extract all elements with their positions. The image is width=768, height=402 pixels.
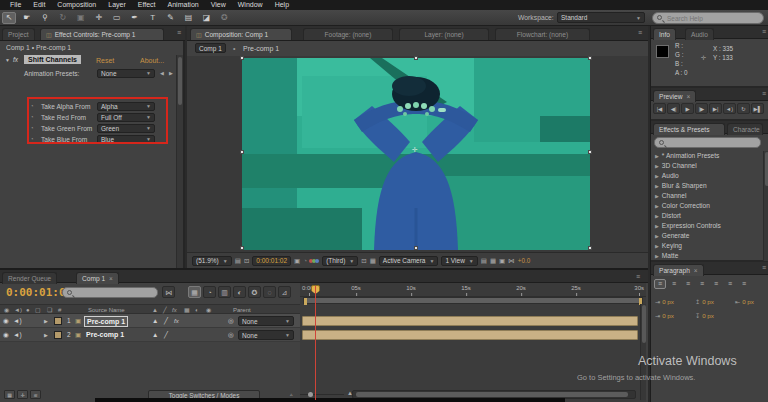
twirl-closed-icon[interactable]: ▶ — [655, 193, 659, 199]
brush-tool-icon[interactable]: ✎ — [164, 12, 178, 24]
align-center-button[interactable]: ≡ — [668, 279, 680, 289]
twirl-closed-icon[interactable]: ▶ — [655, 223, 659, 229]
scrollbar-thumb[interactable] — [642, 305, 646, 343]
frame-blend-icon[interactable]: ▥ — [218, 286, 231, 298]
work-area-bar[interactable] — [303, 297, 643, 304]
mask-visibility-icon[interactable]: ⊡ — [244, 257, 249, 265]
first-line-indent-field[interactable]: ⇥0 px — [655, 312, 674, 319]
parent-dropdown[interactable]: None ▼ — [238, 330, 294, 340]
effect-controls-scrollbar[interactable] — [176, 55, 183, 268]
layer-name[interactable]: Pre-comp 1 — [84, 330, 126, 339]
selection-handle[interactable] — [240, 150, 244, 154]
close-icon[interactable]: × — [686, 93, 690, 100]
menu-edit[interactable]: Edit — [27, 0, 51, 10]
twirl-closed-icon[interactable]: ▶ — [655, 163, 659, 169]
crumb-comp1[interactable]: Comp 1 — [195, 43, 226, 53]
category-item[interactable]: ▶Distort — [651, 211, 759, 221]
category-item[interactable]: ▶3D Channel — [651, 161, 759, 171]
effects-switch[interactable]: ╱ — [164, 328, 168, 342]
twirl-closed-icon[interactable]: ▶ — [655, 203, 659, 209]
fx-switch[interactable]: fx — [174, 314, 179, 328]
time-ruler[interactable]: 0:00s 05s 10s 15s 20s 25s 30s — [300, 283, 646, 297]
pixel-aspect-icon[interactable]: ▤ — [481, 257, 487, 265]
twirl-closed-icon[interactable]: ▶ — [44, 328, 48, 342]
next-frame-button[interactable]: |▶ — [695, 103, 708, 114]
camera-tool-icon[interactable]: ▣ — [74, 12, 88, 24]
timeline-button-icon[interactable]: ▣ — [499, 257, 505, 265]
effect-reset-link[interactable]: Reset — [96, 57, 114, 64]
panel-menu-icon[interactable]: ≡ — [762, 28, 766, 35]
eye-icon[interactable]: ◉ — [3, 314, 9, 328]
space-after-field[interactable]: ↧0 px — [695, 312, 714, 319]
space-before-field[interactable]: ↥0 px — [695, 298, 714, 305]
twirl-closed-icon[interactable]: ▶ — [655, 233, 659, 239]
tab-character[interactable]: Characte — [727, 123, 763, 135]
work-area-start-handle[interactable] — [304, 298, 307, 305]
show-channel-icon[interactable] — [310, 259, 319, 263]
first-frame-button[interactable]: |◀ — [653, 103, 666, 114]
justify-last-center-button[interactable]: ≡ — [710, 279, 722, 289]
play-button[interactable]: ▶ — [681, 103, 694, 114]
animation-presets-dropdown[interactable]: None ▼ — [97, 69, 155, 78]
panel-menu-icon[interactable]: ≡ — [762, 90, 766, 97]
speaker-icon[interactable]: ◄) — [13, 328, 22, 342]
effects-search-box[interactable] — [654, 137, 761, 148]
region-of-interest-icon[interactable]: ⊡ — [361, 257, 366, 265]
tab-comp1[interactable]: Comp 1× — [76, 272, 119, 284]
twirl-closed-icon[interactable]: ▶ — [655, 153, 659, 159]
quality-switch[interactable]: ▲ — [152, 328, 158, 342]
quality-switch[interactable]: ▲ — [152, 314, 158, 328]
parent-dropdown[interactable]: None ▼ — [238, 316, 294, 326]
auto-keyframe-icon[interactable]: ◌ — [263, 286, 276, 298]
category-item[interactable]: ▶Audio — [651, 171, 759, 181]
category-item[interactable]: ▶* Animation Presets — [651, 151, 759, 161]
category-item[interactable]: ▶Keying — [651, 241, 759, 251]
zoom-out-icon[interactable]: ▵ — [290, 391, 293, 397]
category-item[interactable]: ▶Blur & Sharpen — [651, 181, 759, 191]
fast-previews-icon[interactable]: ▦ — [490, 257, 496, 265]
timeline-graph-area[interactable]: 0:00s 05s 10s 15s 20s 25s 30s — [300, 283, 646, 402]
field-value[interactable]: 0 px — [702, 312, 714, 319]
tab-paragraph[interactable]: Paragraph× — [653, 264, 704, 276]
twirl-closed-icon[interactable]: ▶ — [655, 213, 659, 219]
show-snapshot-icon[interactable]: ◔ — [303, 257, 307, 264]
category-item[interactable]: ▶Color Correction — [651, 201, 759, 211]
category-item[interactable]: ▶Generate — [651, 231, 759, 241]
previous-frame-button[interactable]: ◀| — [667, 103, 680, 114]
timeline-zoom-slider[interactable] — [300, 394, 344, 395]
justify-last-right-button[interactable]: ≡ — [724, 279, 736, 289]
search-help-box[interactable] — [652, 12, 764, 24]
timeline-vertical-scrollbar[interactable] — [640, 304, 646, 400]
effect-about-link[interactable]: About... — [140, 57, 164, 64]
layer-row-1[interactable]: ◉ ◄) ▶ 1 ▣ Pre-comp 1 ▲ ╱ fx ◎ None ▼ — [0, 314, 300, 328]
selection-handle[interactable] — [414, 246, 418, 250]
effects-switch[interactable]: ╱ — [164, 314, 168, 328]
last-frame-button[interactable]: ▶| — [709, 103, 722, 114]
transparency-grid-icon[interactable]: ▦ — [370, 257, 376, 265]
menu-animation[interactable]: Animation — [162, 0, 205, 10]
selection-handle[interactable] — [414, 56, 418, 60]
field-value[interactable]: 0 px — [742, 298, 754, 305]
type-tool-icon[interactable]: T — [146, 12, 160, 24]
effect-controls-breadcrumb[interactable]: Comp 1 • Pre-comp 1 — [6, 44, 71, 51]
twirl-closed-icon[interactable]: ▶ — [655, 243, 659, 249]
panel-menu-icon[interactable]: ≡ — [636, 273, 640, 280]
resolution-dropdown[interactable]: (Third) ▼ — [322, 256, 358, 266]
selection-handle[interactable] — [240, 246, 244, 250]
eraser-tool-icon[interactable]: ◪ — [199, 12, 213, 24]
pan-behind-tool-icon[interactable]: ✛ — [92, 12, 106, 24]
exposure-value[interactable]: +0.0 — [518, 257, 530, 264]
justify-last-left-button[interactable]: ≡ — [696, 279, 708, 289]
preset-prev-icon[interactable]: ◀ — [160, 68, 164, 79]
justify-all-button[interactable]: ≡ — [738, 279, 750, 289]
expand-in-out-button[interactable]: ≋ — [30, 390, 41, 399]
layer-name[interactable]: Pre-comp 1 — [84, 316, 128, 327]
snapshot-camera-icon[interactable]: ▣ — [294, 257, 300, 265]
menu-view[interactable]: View — [205, 0, 232, 10]
indent-right-field[interactable]: ⇤0 px — [735, 298, 754, 305]
crumb-precomp[interactable]: Pre-comp 1 — [243, 45, 279, 52]
workspace-dropdown[interactable]: Standard ▼ — [557, 12, 645, 23]
tab-effects-presets[interactable]: Effects & Presets — [653, 123, 725, 135]
anchor-point-icon[interactable]: ✛ — [412, 146, 418, 154]
shape-tool-icon[interactable]: ▭ — [110, 12, 124, 24]
